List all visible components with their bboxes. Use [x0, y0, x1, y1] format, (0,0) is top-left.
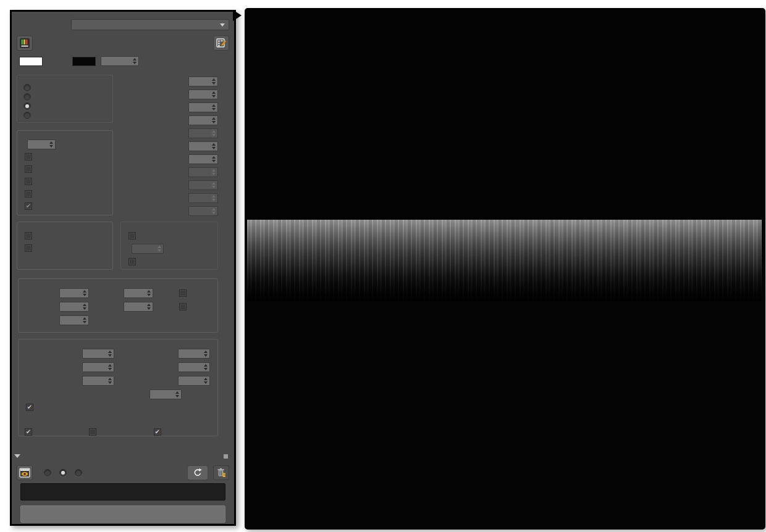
detail-uv-tiling-spinbox[interactable]: [188, 141, 218, 151]
radio-size-medium[interactable]: [59, 469, 67, 476]
roughness-spinbox[interactable]: [188, 89, 218, 99]
spinner-arrows-icon[interactable]: [49, 141, 55, 148]
checkbox-disable-motion-blur[interactable]: [25, 190, 32, 197]
blend-roughness-spinbox[interactable]: [178, 349, 210, 359]
wear-amount-spinbox[interactable]: [188, 206, 218, 216]
offset-v-spinbox[interactable]: [59, 302, 89, 312]
spinner-arrows-icon[interactable]: [82, 304, 88, 310]
radio-blend[interactable]: [23, 102, 31, 110]
detail-normal-strength-spinbox[interactable]: [188, 154, 218, 164]
collapse-arrow-icon[interactable]: [14, 454, 20, 458]
normal-strength-spinbox[interactable]: [188, 115, 218, 125]
uv-group: [18, 278, 218, 333]
spinner-arrows-icon[interactable]: [211, 78, 217, 85]
spinner-arrows-icon[interactable]: [211, 208, 217, 214]
checkbox-render-on-clearcoat[interactable]: [26, 404, 33, 411]
spinner-arrows-icon[interactable]: [146, 290, 153, 296]
edit-material-button[interactable]: [213, 36, 229, 51]
alpha-mode-group: [17, 75, 113, 123]
rain-drop-tiling-spinbox[interactable]: [132, 244, 164, 254]
checkbox-dont-cast-shadows[interactable]: [25, 153, 32, 160]
texture-preview-top: [246, 9, 764, 220]
spinner-arrows-icon[interactable]: [146, 304, 153, 310]
spinner-arrows-icon[interactable]: [211, 104, 217, 110]
radio-mask[interactable]: [23, 93, 31, 101]
blend-metal-spinbox[interactable]: [82, 362, 114, 372]
spinner-arrows-icon[interactable]: [175, 391, 181, 397]
spinner-arrows-icon[interactable]: [203, 351, 209, 357]
checkbox-receive-rain[interactable]: [128, 232, 136, 239]
spinner-arrows-icon[interactable]: [157, 246, 163, 252]
gameplay-param-group: [17, 222, 113, 270]
checkbox-flip-backface-normal[interactable]: [25, 202, 32, 210]
spinner-arrows-icon[interactable]: [211, 143, 217, 149]
spinner-arrows-icon[interactable]: [211, 91, 217, 98]
detail-threshold-spinbox[interactable]: [188, 167, 218, 177]
offset-u-spinbox[interactable]: [59, 288, 89, 298]
material-type-dropdown[interactable]: [71, 19, 229, 30]
tiling-u-spinbox[interactable]: [124, 288, 153, 298]
texture-slot-base-color[interactable]: [20, 483, 225, 501]
refresh-textures-button[interactable]: [187, 465, 208, 480]
normal-mode-tangent-override-spinbox[interactable]: [149, 389, 182, 399]
edit-form-icon: [216, 38, 227, 48]
radio-size-small[interactable]: [44, 469, 51, 476]
checkbox-scenery-channel[interactable]: [25, 428, 32, 436]
spinner-arrows-icon[interactable]: [211, 156, 217, 162]
spinner-arrows-icon[interactable]: [211, 130, 217, 136]
spinner-arrows-icon[interactable]: [107, 378, 114, 384]
param-row: [120, 127, 218, 139]
radio-size-large[interactable]: [75, 469, 82, 476]
checkbox-double-sided[interactable]: [25, 165, 32, 173]
albedo-color-swatch[interactable]: [19, 57, 43, 66]
spinner-arrows-icon[interactable]: [203, 364, 209, 370]
delete-textures-button[interactable]: [213, 465, 229, 480]
textures-section-header[interactable]: [17, 450, 229, 462]
alpha-cutoff-spinbox[interactable]: [188, 128, 218, 138]
spinner-arrows-icon[interactable]: [211, 195, 217, 201]
tiling-v-spinbox[interactable]: [124, 302, 153, 312]
spinner-arrows-icon[interactable]: [82, 290, 88, 296]
spinner-arrows-icon[interactable]: [107, 364, 114, 370]
radio-dither[interactable]: [23, 112, 31, 119]
blend-normal-spinbox[interactable]: [82, 376, 114, 386]
spinner-arrows-icon[interactable]: [107, 351, 114, 357]
spinner-arrows-icon[interactable]: [82, 317, 88, 323]
checkbox-clamp-v[interactable]: [179, 303, 187, 310]
ao-strength-spinbox[interactable]: [188, 102, 218, 112]
radio-opaque[interactable]: [23, 84, 31, 91]
param-row: [120, 165, 218, 178]
checkbox-collision-material[interactable]: [25, 232, 32, 239]
blend-emissive-spinbox[interactable]: [178, 376, 210, 386]
spinner-arrows-icon[interactable]: [211, 117, 217, 123]
checkbox-terrain-channel[interactable]: [89, 428, 96, 436]
emission-scale-spinbox[interactable]: [101, 56, 139, 66]
checkbox-road-collision-material[interactable]: [25, 244, 32, 252]
color-palette-button[interactable]: [17, 36, 33, 51]
emission-color-swatch[interactable]: [72, 57, 96, 66]
spinner-arrows-icon[interactable]: [211, 169, 217, 175]
texture-slot-occlusion-roughness-metallic[interactable]: [20, 505, 225, 523]
spinner-arrows-icon[interactable]: [203, 378, 209, 384]
refresh-icon: [193, 468, 203, 478]
wear-overlay-uv-scale-spinbox[interactable]: [188, 180, 218, 190]
checkbox-simobject-channel[interactable]: [154, 428, 161, 436]
param-row: [120, 178, 218, 191]
material-type-row: [17, 19, 229, 30]
texture-preview-toggle-button[interactable]: [17, 465, 33, 480]
wear-blend-sharpness-spinbox[interactable]: [188, 193, 218, 203]
spinner-arrows-icon[interactable]: [211, 182, 217, 188]
checkbox-rain-on-backface[interactable]: [128, 258, 136, 265]
checkbox-clamp-u[interactable]: [179, 289, 187, 297]
rotation-spinbox[interactable]: [59, 315, 89, 325]
param-row: [120, 191, 218, 204]
metallic-spinbox[interactable]: [188, 77, 218, 86]
blend-color-spinbox[interactable]: [82, 349, 114, 359]
trash-icon: [217, 468, 226, 478]
spinner-arrows-icon[interactable]: [132, 58, 138, 64]
blend-factors-group: [18, 339, 218, 436]
blend-occlusion-spinbox[interactable]: [178, 362, 210, 372]
draw-order-spinbox[interactable]: [27, 139, 56, 149]
param-row: [120, 114, 218, 127]
checkbox-day-night-cycle[interactable]: [25, 178, 32, 185]
